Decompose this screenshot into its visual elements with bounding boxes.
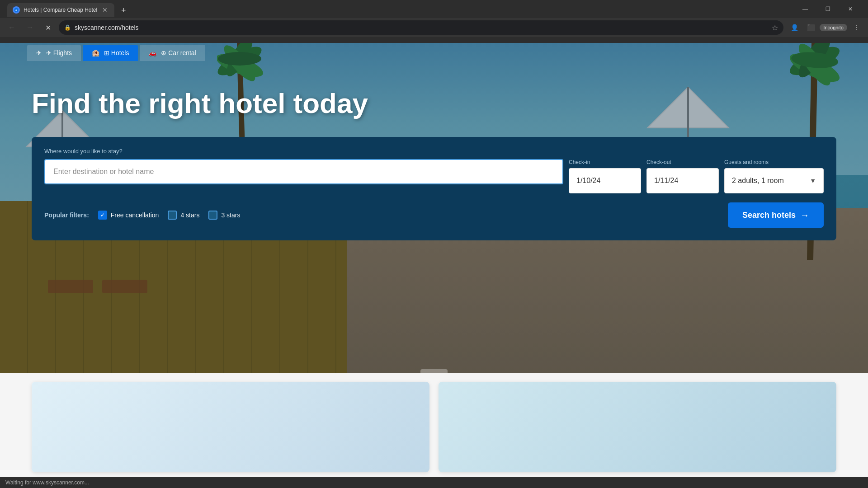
guests-value: 2 adults, 1 room: [732, 177, 784, 185]
hotels-label: ⊞ Hotels: [104, 49, 129, 56]
search-arrow-icon: →: [800, 210, 809, 221]
below-fold-card-2: [439, 382, 836, 472]
title-bar: H Hotels | Compare Cheap Hotel ✕ + — ❐ ✕: [0, 0, 868, 18]
search-fields-row: Check-in 1/10/24 Check-out 1/11/24: [44, 159, 824, 193]
search-hotels-button[interactable]: Search hotels →: [728, 202, 824, 228]
url-text: skyscanner.com/hotels: [75, 24, 768, 31]
page-content: ✈ ✈ Flights 🏨 ⊞ Hotels 🚗 ⊕ Car rental Fi…: [0, 43, 868, 488]
below-fold-card-1: [32, 382, 429, 472]
minimize-button[interactable]: —: [795, 2, 816, 16]
svg-text:H: H: [15, 9, 17, 12]
scroll-indicator: [420, 369, 448, 373]
bookmark-icon[interactable]: ☆: [772, 23, 778, 32]
card-image-1: [32, 382, 429, 472]
incognito-badge: Incognito: [820, 24, 847, 31]
destination-label: Where would you like to stay?: [44, 148, 824, 155]
tab-close-button[interactable]: ✕: [101, 6, 109, 14]
filters-label: Popular filters:: [44, 211, 89, 219]
chevron-down-icon: ▼: [810, 177, 816, 184]
flights-label: ✈ Flights: [46, 49, 72, 56]
checkout-label: Check-out: [646, 159, 719, 165]
destination-field: [44, 159, 563, 193]
flights-icon: ✈: [36, 49, 42, 56]
checkout-input[interactable]: 1/11/24: [646, 168, 719, 193]
nav-tab-car-rental[interactable]: 🚗 ⊕ Car rental: [140, 45, 205, 61]
nav-tab-hotels[interactable]: 🏨 ⊞ Hotels: [83, 45, 138, 61]
checkin-label: Check-in: [569, 159, 641, 165]
checkin-input[interactable]: 1/10/24: [569, 168, 641, 193]
tab-title: Hotels | Compare Cheap Hotel: [24, 7, 97, 13]
filter-4stars[interactable]: 4 stars: [168, 211, 199, 220]
browser-chrome: H Hotels | Compare Cheap Hotel ✕ + — ❐ ✕…: [0, 0, 868, 43]
new-tab-button[interactable]: +: [117, 4, 130, 17]
address-bar-row: ← → ✕ 🔒 skyscanner.com/hotels ☆ 👤 ⬛ Inco…: [0, 18, 868, 37]
tab-bar: H Hotels | Compare Cheap Hotel ✕ +: [4, 1, 792, 17]
3stars-checkbox[interactable]: [208, 211, 217, 220]
car-icon: 🚗: [149, 49, 156, 56]
nav-tab-flights[interactable]: ✈ ✈ Flights: [27, 45, 81, 61]
checkout-value: 1/11/24: [654, 177, 678, 185]
3stars-label: 3 stars: [221, 211, 240, 219]
car-label: ⊕ Car rental: [161, 49, 196, 56]
below-fold-section: [0, 373, 868, 488]
guests-field: Guests and rooms 2 adults, 1 room ▼: [724, 159, 824, 193]
status-bar: Waiting for www.skyscanner.com...: [0, 477, 868, 488]
tab-favicon: H: [13, 6, 20, 14]
guests-label: Guests and rooms: [724, 159, 824, 165]
destination-input[interactable]: [44, 159, 563, 184]
extensions-button[interactable]: ⬛: [803, 20, 818, 35]
forward-button[interactable]: →: [23, 20, 37, 35]
search-box: Where would you like to stay? Check-in 1…: [32, 137, 836, 240]
lock-icon: 🔒: [64, 24, 71, 31]
free-cancellation-checkbox[interactable]: [98, 211, 107, 220]
checkout-field: Check-out 1/11/24: [646, 159, 719, 193]
reload-button[interactable]: ✕: [41, 20, 55, 35]
restore-button[interactable]: ❐: [817, 2, 838, 16]
filters-row: Popular filters: Free cancellation 4 sta…: [44, 202, 824, 228]
checkin-value: 1/10/24: [576, 177, 600, 185]
browser-actions: 👤 ⬛ Incognito ⋮: [787, 20, 863, 35]
checkin-field: Check-in 1/10/24: [569, 159, 641, 193]
browser-tab[interactable]: H Hotels | Compare Cheap Hotel ✕: [7, 3, 114, 17]
filter-free-cancellation[interactable]: Free cancellation: [98, 211, 159, 220]
hero-title: Find the right hotel today: [0, 61, 868, 137]
menu-button[interactable]: ⋮: [849, 20, 863, 35]
4stars-label: 4 stars: [180, 211, 199, 219]
hotels-icon: 🏨: [92, 49, 99, 56]
address-bar[interactable]: 🔒 skyscanner.com/hotels ☆: [59, 20, 783, 35]
profile-button[interactable]: 👤: [787, 20, 802, 35]
status-text: Waiting for www.skyscanner.com...: [5, 479, 89, 486]
guests-select[interactable]: 2 adults, 1 room ▼: [724, 168, 824, 193]
site-nav: ✈ ✈ Flights 🏨 ⊞ Hotels 🚗 ⊕ Car rental: [0, 43, 868, 61]
back-button[interactable]: ←: [5, 20, 19, 35]
free-cancellation-label: Free cancellation: [111, 211, 159, 219]
hero-content: ✈ ✈ Flights 🏨 ⊞ Hotels 🚗 ⊕ Car rental Fi…: [0, 43, 868, 240]
filter-3stars[interactable]: 3 stars: [208, 211, 240, 220]
search-button-label: Search hotels: [742, 211, 796, 220]
hero-section: ✈ ✈ Flights 🏨 ⊞ Hotels 🚗 ⊕ Car rental Fi…: [0, 43, 868, 373]
window-controls: — ❐ ✕: [795, 2, 861, 16]
close-button[interactable]: ✕: [840, 2, 861, 16]
4stars-checkbox[interactable]: [168, 211, 177, 220]
